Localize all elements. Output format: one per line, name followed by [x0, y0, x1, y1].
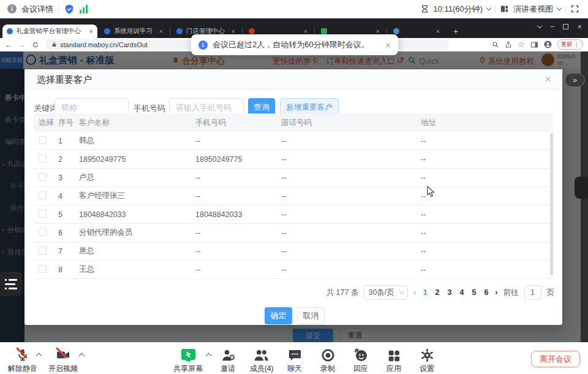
meeting-top-bar: i 会议详情 10:11(60分钟) 演讲者视图: [0, 0, 588, 18]
side-panel-icon[interactable]: [530, 41, 538, 48]
meeting-details-label[interactable]: 会议详情: [21, 4, 53, 15]
tab-close-icon[interactable]: ×: [89, 28, 93, 35]
collapse-right-button[interactable]: »: [565, 73, 585, 87]
table-row[interactable]: 4 客户经理张三 -- -- --: [34, 187, 553, 205]
meeting-list-float-button[interactable]: [0, 272, 22, 296]
panel-expand-handle[interactable]: [575, 177, 588, 199]
table-row[interactable]: 8 王总 -- -- --: [34, 261, 553, 279]
window-maximize-button[interactable]: [563, 24, 568, 29]
cell-address: --: [421, 265, 553, 274]
meeting-timer[interactable]: 10:11(60分钟): [433, 4, 483, 15]
meeting-info-icon[interactable]: i: [7, 4, 17, 13]
table-row[interactable]: 2 18950249775 18950249775 -- --: [34, 150, 553, 169]
reactions-button[interactable]: 回应: [353, 346, 368, 374]
page-number-3[interactable]: 3: [447, 288, 453, 297]
browser-tab[interactable]: 系统培训学习 ×: [100, 25, 167, 38]
chevron-down-icon: [399, 289, 404, 294]
new-tab-button[interactable]: +: [449, 25, 461, 38]
row-checkbox[interactable]: [39, 191, 47, 199]
meeting-toast: i 会议已超过2人，自动转为60分钟限时会议。 ×: [191, 34, 398, 55]
cell-phone: --: [195, 229, 281, 237]
page-number-6[interactable]: 6: [483, 288, 489, 297]
browser-reload-button[interactable]: [32, 41, 39, 48]
table-row[interactable]: 6 分销代理的会员 -- -- --: [34, 224, 553, 242]
chat-bubble-icon: [288, 346, 302, 362]
table-scrollbar[interactable]: [550, 133, 553, 275]
table-row[interactable]: 5 18048842033 18048842033 -- --: [34, 205, 553, 224]
tab-favicon: [393, 28, 399, 34]
goto-page-input[interactable]: [524, 285, 541, 300]
row-checkbox[interactable]: [39, 246, 47, 254]
confirm-button[interactable]: 确定: [265, 307, 292, 324]
tab-close-icon[interactable]: ×: [159, 28, 163, 35]
window-minimize-button[interactable]: −: [550, 22, 555, 31]
chat-button[interactable]: 聊天: [287, 346, 302, 374]
page-number-2[interactable]: 2: [434, 288, 441, 297]
fullscreen-icon[interactable]: [570, 4, 579, 13]
cell-address: --: [421, 210, 553, 219]
video-options-chevron[interactable]: [79, 353, 85, 359]
share-screen-button[interactable]: 共享屏幕: [173, 346, 203, 374]
next-page-button[interactable]: ›: [495, 288, 497, 297]
phone-label: 手机号码: [134, 103, 165, 114]
browser-forward-button[interactable]: →: [18, 40, 26, 49]
tab-search-icon[interactable]: [537, 23, 542, 28]
page-number-4[interactable]: 4: [458, 288, 465, 297]
cancel-button[interactable]: 取消: [297, 307, 325, 324]
cell-address: --: [421, 137, 553, 145]
cell-tel: --: [281, 155, 421, 164]
page-number-1[interactable]: 1: [422, 288, 429, 297]
network-signal-icon[interactable]: [80, 5, 88, 13]
toast-text: 会议已超过2人，自动转为60分钟限时会议。: [213, 39, 369, 50]
page-number-5[interactable]: 5: [470, 288, 477, 297]
timer-dropdown-icon[interactable]: [486, 6, 491, 10]
table-row[interactable]: 3 卢总 -- -- --: [34, 169, 553, 187]
window-close-button[interactable]: ×: [577, 22, 582, 31]
invite-button[interactable]: 邀请: [221, 346, 235, 374]
table-row[interactable]: 7 唐总 -- -- --: [34, 242, 553, 261]
browser-tab-active[interactable]: 礼盒营销平台管理中心 ×: [2, 25, 97, 38]
row-checkbox[interactable]: [39, 173, 47, 181]
kebab-menu-icon[interactable]: ⋮: [574, 42, 579, 48]
leave-meeting-button[interactable]: 离开会议: [531, 351, 580, 367]
toolbar-label: 设置: [420, 364, 434, 374]
browser-update-badge[interactable]: 更新 ⋮: [557, 39, 583, 50]
total-count: 共 177 条: [326, 288, 359, 298]
start-video-button[interactable]: 开启视频: [48, 346, 78, 374]
row-checkbox[interactable]: [39, 155, 47, 162]
tab-favicon: [321, 28, 327, 34]
bookmark-star-icon[interactable]: ☆: [518, 40, 525, 49]
cell-index: 6: [58, 229, 79, 237]
page-size-select[interactable]: 30条/页: [364, 285, 408, 300]
browser-profile-avatar[interactable]: [544, 40, 552, 48]
row-checkbox[interactable]: [39, 136, 47, 144]
row-checkbox[interactable]: [39, 228, 47, 236]
dialog-close-icon[interactable]: ×: [545, 72, 551, 86]
security-shield-icon[interactable]: [64, 4, 75, 15]
toolbar-label: 录制: [320, 364, 335, 374]
browser-back-button[interactable]: ←: [5, 40, 12, 49]
settings-button[interactable]: 设置: [420, 346, 434, 374]
toast-close-icon[interactable]: ×: [385, 40, 391, 50]
share-icon[interactable]: [505, 41, 512, 48]
apps-button[interactable]: 应用: [386, 346, 401, 374]
view-mode-selector[interactable]: 演讲者视图: [513, 4, 553, 15]
view-dropdown-icon[interactable]: [557, 6, 562, 10]
members-button[interactable]: 成员(4): [250, 346, 274, 374]
record-button[interactable]: 录制: [320, 346, 335, 374]
table-row[interactable]: 1 韩总 -- -- --: [34, 132, 553, 150]
cell-phone: 18950249775: [195, 155, 281, 164]
window-controls: − ×: [538, 18, 588, 34]
unmute-button[interactable]: 解除静音: [8, 346, 37, 374]
share-options-chevron[interactable]: [206, 353, 212, 359]
zoom-icon[interactable]: [492, 41, 499, 48]
row-checkbox[interactable]: [39, 210, 47, 218]
toolbar-label: 共享屏幕: [173, 364, 203, 374]
col-address: 地址: [421, 118, 553, 128]
cell-address: --: [421, 155, 553, 164]
cell-index: 1: [58, 137, 79, 145]
tab-close-icon[interactable]: ×: [436, 28, 440, 35]
lock-icon: [51, 41, 57, 48]
prev-page-button[interactable]: ‹: [413, 288, 416, 297]
row-checkbox[interactable]: [39, 265, 47, 273]
